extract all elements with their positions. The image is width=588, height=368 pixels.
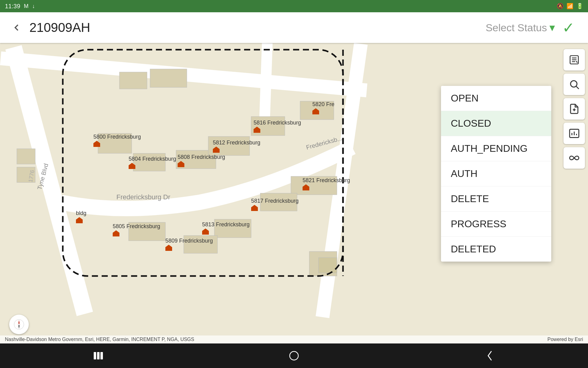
status-option-progress[interactable]: PROGRESS — [441, 212, 551, 237]
page-title: 210909AH — [29, 20, 486, 35]
download-icon: ↓ — [32, 3, 35, 10]
location-5820: 5820 Fre — [312, 101, 334, 114]
location-5800: 5800 Fredricksburg — [93, 134, 141, 147]
status-dropdown-button[interactable]: Select Status ▾ — [486, 21, 555, 34]
notes-tool-button[interactable] — [564, 49, 585, 71]
status-option-deleted[interactable]: DELETED — [441, 237, 551, 262]
location-5808: 5808 Fredricksburg — [178, 154, 225, 167]
location-5821: 5821 Fredricksburg — [303, 177, 350, 190]
compass-button[interactable] — [9, 315, 29, 334]
status-option-open[interactable]: OPEN — [441, 86, 551, 111]
svg-rect-19 — [318, 258, 337, 273]
svg-rect-6 — [150, 69, 187, 87]
location-5817: 5817 Fredricksburg — [251, 198, 299, 211]
status-placeholder: Select Status — [486, 22, 547, 34]
status-selector[interactable]: Select Status ▾ ✓ — [486, 19, 575, 36]
infinity-tool-button[interactable] — [564, 147, 585, 169]
app-bar: 210909AH Select Status ▾ ✓ — [0, 12, 588, 43]
svg-line-35 — [576, 61, 578, 63]
location-5804: 5804 Fredricksburg — [129, 156, 176, 169]
map-container[interactable]: Tyne Blvd Fredericksburg Dr Fredericksb.… — [0, 43, 588, 343]
svg-point-47 — [290, 351, 298, 360]
svg-rect-44 — [94, 352, 96, 359]
location-bldg: bldg — [76, 210, 86, 223]
status-option-auth-pending[interactable]: AUTH_PENDING — [441, 136, 551, 161]
map-attribution: Nashville-Davidson Metro Governm, Esri, … — [0, 335, 588, 343]
location-5813: 5813 Fredricksburg — [202, 221, 250, 235]
status-bar: 11:39 M ↓ 🔕 📶 🔋 — [0, 0, 588, 12]
svg-rect-20 — [17, 149, 35, 164]
battery-icon: 🔋 — [576, 3, 583, 10]
time-display: 11:39 — [5, 3, 20, 10]
nav-menu-button[interactable] — [86, 347, 110, 365]
nav-back-button[interactable] — [478, 347, 502, 365]
gmail-icon: M — [24, 3, 28, 10]
svg-rect-46 — [100, 352, 103, 359]
svg-text:Fredericksburg Dr: Fredericksburg Dr — [116, 193, 170, 201]
mute-icon: 🔕 — [557, 3, 564, 10]
signal-icon: 📶 — [567, 3, 573, 10]
svg-rect-5 — [119, 72, 147, 89]
search-tool-button[interactable] — [564, 74, 585, 95]
status-option-auth[interactable]: AUTH — [441, 161, 551, 186]
add-file-tool-button[interactable] — [564, 98, 585, 120]
svg-rect-45 — [97, 352, 100, 359]
back-button[interactable] — [7, 18, 26, 37]
confirm-check-button[interactable]: ✓ — [562, 19, 575, 36]
svg-point-36 — [571, 81, 577, 87]
chart-tool-button[interactable] — [564, 123, 585, 144]
dropdown-arrow-icon: ▾ — [549, 21, 555, 34]
svg-line-37 — [576, 86, 579, 89]
status-option-closed[interactable]: CLOSED — [441, 111, 551, 136]
location-5812: 5812 Fredricksburg — [213, 140, 260, 153]
status-option-delete[interactable]: DELETE — [441, 186, 551, 212]
nav-home-button[interactable] — [282, 347, 306, 365]
bottom-nav-bar — [0, 343, 588, 368]
status-dropdown-menu: OPEN CLOSED AUTH_PENDING AUTH DELETE PRO… — [441, 86, 551, 262]
location-5816: 5816 Fredricksburg — [254, 120, 301, 133]
location-5809: 5809 Fredricksburg — [165, 238, 213, 251]
location-5805: 5805 Fredricksburg — [113, 223, 160, 236]
right-tools-panel — [560, 43, 588, 343]
